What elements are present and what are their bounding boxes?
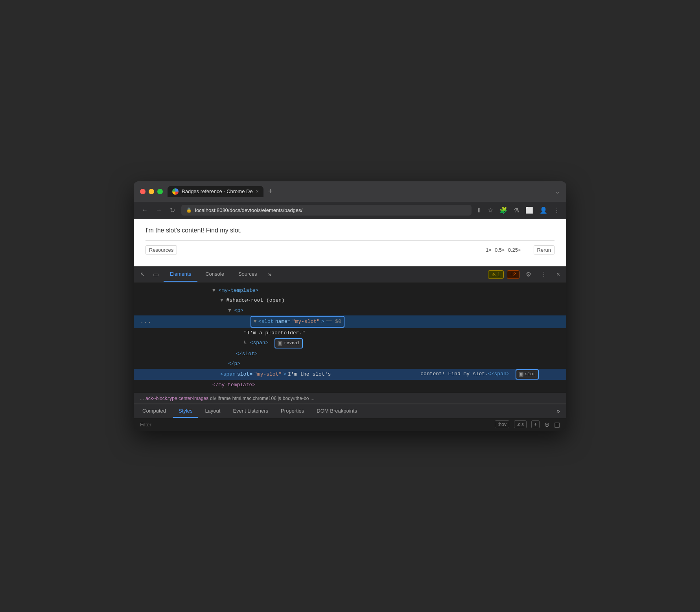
devtools-panel: ↖ ▭ Elements Console Sources » ⚠ 1 ! 2: [134, 266, 566, 431]
toggle-button[interactable]: ⊕: [544, 421, 549, 428]
tab-layout[interactable]: Layout: [199, 405, 226, 418]
sidebar-button[interactable]: ◫: [554, 421, 560, 428]
speed-05x[interactable]: 0.5×: [495, 247, 505, 253]
filter-placeholder: Filter: [140, 422, 151, 428]
page-controls: Resources 1× 0.5× 0.25× Rerun: [146, 240, 554, 254]
warning-count: 1: [497, 272, 500, 277]
tab-styles[interactable]: Styles: [173, 405, 198, 418]
tab-menu-button[interactable]: ⌄: [555, 188, 560, 195]
dom-line-slot[interactable]: ... ▼ <slot name="my-slot"> == $0: [134, 315, 566, 328]
tab-label: Badges reference - Chrome De: [182, 188, 253, 194]
reveal-badge-label: reveal: [284, 339, 300, 347]
resources-label[interactable]: Resources: [146, 245, 177, 254]
active-tab[interactable]: Badges reference - Chrome De ×: [168, 186, 263, 197]
forward-button[interactable]: →: [154, 205, 164, 215]
dom-tree: ▼ <my-template> ▼ #shadow-root (open) ▼ …: [134, 282, 566, 393]
desktop-icon[interactable]: ⬜: [525, 206, 533, 214]
tab-sources[interactable]: Sources: [232, 267, 263, 282]
error-badge[interactable]: ! 2: [507, 270, 519, 279]
error-icon: !: [510, 272, 512, 277]
tab-elements[interactable]: Elements: [164, 267, 197, 282]
more-options-icon[interactable]: ⋮: [538, 267, 550, 281]
slot-badge-icon: ▤: [519, 372, 523, 377]
settings-icon[interactable]: ⚙: [523, 267, 534, 281]
tab-computed[interactable]: Computed: [137, 405, 171, 418]
tab-close-button[interactable]: ×: [256, 189, 259, 194]
add-style-button[interactable]: +: [531, 420, 540, 428]
address-input[interactable]: 🔒 localhost:8080/docs/devtools/elements/…: [181, 205, 472, 216]
dom-line-span-slot[interactable]: <span slot="my-slot">I'm the slot's cont…: [134, 369, 566, 380]
close-button[interactable]: [140, 189, 146, 194]
rerun-button[interactable]: Rerun: [534, 245, 554, 254]
tab-console[interactable]: Console: [199, 267, 230, 282]
speed-buttons: 1× 0.5× 0.25×: [486, 247, 521, 253]
error-count: 2: [513, 272, 516, 277]
bottom-tabs: Computed Styles Layout Event Listeners P…: [134, 404, 566, 418]
page-slot-text: I'm the slot's content! Find my slot.: [146, 227, 554, 234]
traffic-lights: [140, 189, 163, 194]
reveal-badge-icon: ▤: [278, 341, 282, 346]
breadcrumb-item-2[interactable]: iframe: [217, 396, 230, 401]
bottom-tabs-more[interactable]: »: [553, 404, 563, 418]
breadcrumb-item-1[interactable]: div: [210, 396, 216, 401]
tab-bar: Badges reference - Chrome De × + ⌄: [168, 186, 560, 197]
warning-icon: ⚠: [492, 272, 496, 277]
dom-line-slot-close[interactable]: </slot>: [134, 349, 566, 359]
slot-element-highlight[interactable]: ▼ <slot name="my-slot"> == $0: [251, 316, 344, 327]
warning-badge[interactable]: ⚠ 1: [488, 270, 504, 279]
tab-favicon: [172, 188, 179, 195]
speed-1x[interactable]: 1×: [486, 247, 492, 253]
ellipsis-left: ...: [140, 316, 151, 327]
speed-025x[interactable]: 0.25×: [508, 247, 521, 253]
tab-properties[interactable]: Properties: [275, 405, 309, 418]
slot-badge[interactable]: ▤ slot: [516, 369, 538, 380]
minimize-button[interactable]: [149, 189, 154, 194]
page-content: I'm the slot's content! Find my slot. Re…: [134, 219, 566, 266]
dom-line-p-close[interactable]: </p>: [134, 359, 566, 369]
dom-line-span-reveal[interactable]: ↳ <span> ▤ reveal: [134, 338, 566, 349]
dom-line-my-template[interactable]: ▼ <my-template>: [134, 286, 566, 295]
devtools-right-controls: ⚠ 1 ! 2 ⚙ ⋮ ×: [488, 267, 563, 281]
close-devtools-icon[interactable]: ×: [553, 268, 563, 281]
dom-line-shadow-root[interactable]: ▼ #shadow-root (open): [134, 295, 566, 305]
slot-badge-label: slot: [525, 371, 535, 378]
breadcrumb-item-3[interactable]: html.mac.chrome106.js: [232, 396, 281, 401]
toolbar-icons: ⬆ ☆ 🧩 ⚗ ⬜ 👤 ⋮: [476, 206, 560, 214]
filter-controls: :hov .cls + ⊕ ◫: [495, 420, 560, 428]
lock-icon: 🔒: [186, 207, 192, 213]
share-icon[interactable]: ⬆: [476, 206, 481, 214]
breadcrumb-dots-left: ...: [140, 396, 144, 401]
cls-button[interactable]: .cls: [514, 420, 527, 428]
breadcrumb-item-4[interactable]: body#the-bo: [283, 396, 309, 401]
inspect-cursor-icon[interactable]: ↖: [137, 267, 148, 281]
breadcrumb-dots-right: ...: [311, 396, 315, 401]
devtools-more-tabs[interactable]: »: [265, 267, 275, 282]
maximize-button[interactable]: [157, 189, 163, 194]
title-bar: Badges reference - Chrome De × + ⌄: [134, 181, 566, 202]
new-tab-button[interactable]: +: [265, 187, 276, 196]
browser-window: Badges reference - Chrome De × + ⌄ ← → ↻…: [134, 181, 566, 431]
address-bar: ← → ↻ 🔒 localhost:8080/docs/devtools/ele…: [134, 202, 566, 219]
back-button[interactable]: ←: [140, 205, 149, 215]
device-toggle-icon[interactable]: ▭: [150, 267, 162, 281]
reveal-badge[interactable]: ▤ reveal: [274, 338, 303, 348]
menu-icon[interactable]: ⋮: [554, 206, 560, 214]
address-text: localhost:8080/docs/devtools/elements/ba…: [195, 207, 302, 213]
extensions-icon[interactable]: 🧩: [499, 206, 507, 214]
reload-button[interactable]: ↻: [168, 205, 177, 216]
hov-button[interactable]: :hov: [495, 420, 509, 428]
dom-line-p-open[interactable]: ▼ <p>: [134, 306, 566, 315]
filter-input[interactable]: Filter: [140, 422, 488, 428]
devtools-tabs: ↖ ▭ Elements Console Sources » ⚠ 1 ! 2: [134, 267, 566, 282]
dom-line-my-template-close[interactable]: </my-template>: [134, 380, 566, 390]
filter-bar: Filter :hov .cls + ⊕ ◫: [134, 418, 566, 431]
tab-dom-breakpoints[interactable]: DOM Breakpoints: [311, 405, 363, 418]
breadcrumb-bar: ... ack--block.type.center-images div if…: [134, 393, 566, 404]
breadcrumb-item-0[interactable]: ack--block.type.center-images: [146, 396, 208, 401]
flask-icon[interactable]: ⚗: [514, 206, 519, 214]
profile-icon[interactable]: 👤: [540, 206, 547, 214]
tab-event-listeners[interactable]: Event Listeners: [227, 405, 274, 418]
bookmark-icon[interactable]: ☆: [488, 206, 493, 214]
dom-line-placeholder-text: "I'm a placeholder.": [134, 328, 566, 338]
